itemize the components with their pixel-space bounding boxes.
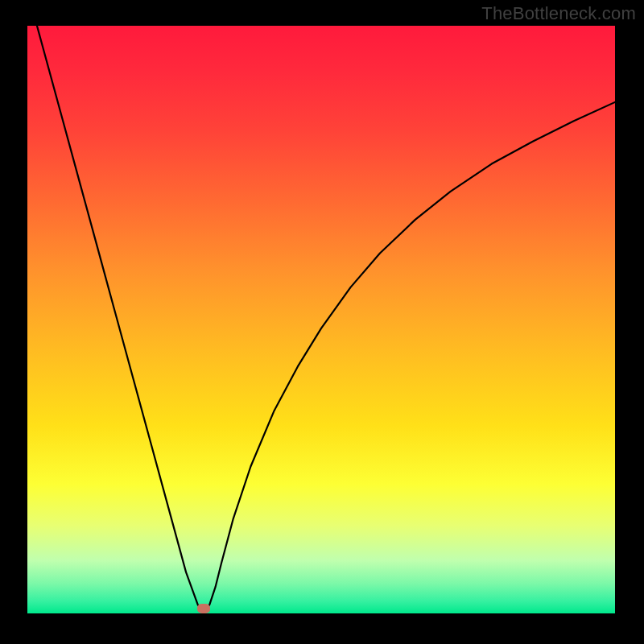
- plot-area: [27, 26, 615, 613]
- chart-frame: TheBottleneck.com: [0, 0, 644, 644]
- watermark-text: TheBottleneck.com: [481, 3, 636, 24]
- optimum-marker: [197, 604, 210, 613]
- bottleneck-curve: [27, 26, 615, 613]
- curve-path: [27, 26, 615, 613]
